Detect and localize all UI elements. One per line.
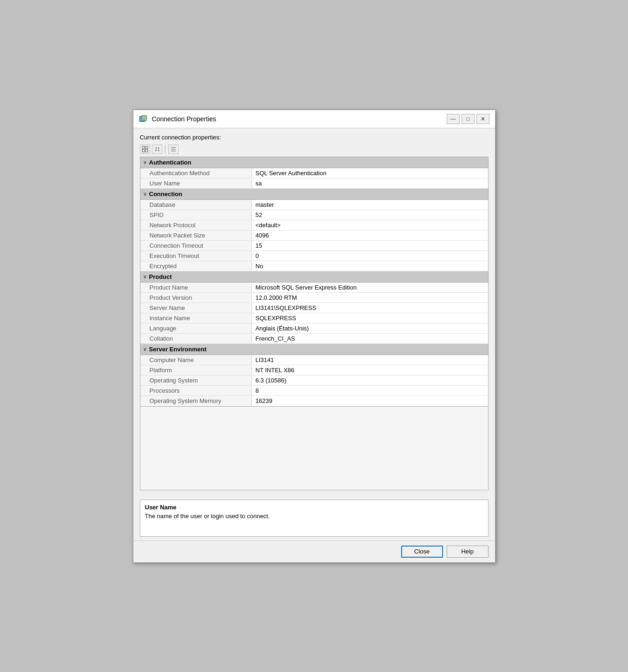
table-row: Network Packet Size4096 [140, 231, 488, 241]
property-value: 12.0.2000 RTM [252, 293, 488, 303]
close-window-button[interactable]: ✕ [476, 114, 489, 124]
svg-text:21: 21 [155, 147, 160, 152]
subtitle-label: Current connection properties: [140, 134, 489, 141]
table-row: Operating System6.3 (10586) [140, 376, 488, 386]
minimize-button[interactable]: — [447, 114, 460, 124]
maximize-button[interactable]: □ [462, 114, 475, 124]
property-name: Platform [140, 365, 252, 375]
property-value: 52 [252, 210, 488, 220]
property-name: Execution Timeout [140, 251, 252, 261]
property-name: Computer Name [140, 355, 252, 365]
table-row: Authentication MethodSQL Server Authenti… [140, 168, 488, 178]
property-name: Database [140, 200, 252, 210]
property-name: Operating System [140, 376, 252, 385]
description-section: User Name The name of the user or login … [133, 500, 495, 540]
button-bar: Close Help [133, 540, 495, 562]
property-name: Connection Timeout [140, 241, 252, 250]
table-row: Connection Timeout15 [140, 241, 488, 251]
help-button[interactable]: Help [447, 546, 489, 558]
property-value: 0 [252, 251, 488, 261]
property-name: SPID [140, 210, 252, 220]
svg-rect-4 [142, 146, 145, 149]
section-header-connection[interactable]: ∨Connection [140, 189, 488, 200]
table-row: CollationFrench_CI_AS [140, 334, 488, 344]
table-row: Network Protocol<default> [140, 220, 488, 231]
window-title: Connection Properties [152, 115, 447, 123]
property-value: SQLEXPRESS [252, 313, 488, 323]
table-row: User Namesa [140, 178, 488, 189]
property-value: <default> [252, 220, 488, 230]
table-row: Product Version12.0.2000 RTM [140, 293, 488, 303]
toolbar-btn-2[interactable]: 21 [152, 145, 162, 154]
property-value: sa [252, 178, 488, 188]
chevron-icon: ∨ [143, 191, 146, 197]
property-name: Product Name [140, 283, 252, 292]
chevron-icon: ∨ [143, 274, 146, 279]
property-name: Instance Name [140, 313, 252, 323]
property-grid: ∨AuthenticationAuthentication MethodSQL … [140, 157, 489, 407]
window-icon [139, 114, 148, 124]
svg-rect-7 [145, 150, 148, 152]
table-row: SPID52 [140, 210, 488, 220]
property-value: 4096 [252, 231, 488, 240]
description-text: The name of the user or login used to co… [145, 513, 483, 520]
property-name: Language [140, 323, 252, 333]
property-name: Collation [140, 334, 252, 343]
section-label: Server Environment [149, 346, 207, 353]
window-controls: — □ ✕ [447, 114, 489, 124]
section-header-server-environment[interactable]: ∨Server Environment [140, 344, 488, 355]
section-header-product[interactable]: ∨Product [140, 271, 488, 283]
property-name: Authentication Method [140, 168, 252, 178]
property-value: 6.3 (10586) [252, 376, 488, 385]
section-label: Product [149, 273, 172, 280]
close-button[interactable]: Close [401, 546, 443, 558]
description-box: User Name The name of the user or login … [140, 500, 489, 537]
property-value: LI3141\SQLEXPRESS [252, 303, 488, 313]
table-row: Databasemaster [140, 200, 488, 210]
connection-properties-window: Connection Properties — □ ✕ Current conn… [133, 110, 496, 563]
table-row: Product NameMicrosoft SQL Server Express… [140, 283, 488, 293]
main-content: Current connection properties: 21 [133, 128, 495, 496]
property-value: 15 [252, 241, 488, 250]
toolbar: 21 [140, 145, 489, 154]
toolbar-btn-1[interactable] [140, 145, 150, 154]
property-value: French_CI_AS [252, 334, 488, 343]
table-row: Instance NameSQLEXPRESS [140, 313, 488, 323]
property-name: Encrypted [140, 261, 252, 271]
svg-rect-5 [145, 146, 148, 149]
table-row: PlatformNT INTEL X86 [140, 365, 488, 376]
property-value: NT INTEL X86 [252, 365, 488, 375]
property-name: User Name [140, 178, 252, 188]
table-row: Operating System Memory16239 [140, 396, 488, 406]
property-value: Anglais (États-Unis) [252, 323, 488, 333]
chevron-icon: ∨ [143, 160, 146, 165]
property-name: Operating System Memory [140, 396, 252, 406]
section-label: Connection [149, 191, 183, 198]
toolbar-btn-3[interactable] [168, 145, 178, 154]
section-header-authentication[interactable]: ∨Authentication [140, 157, 488, 168]
svg-rect-3 [142, 116, 146, 120]
table-row: EncryptedNo [140, 261, 488, 271]
toolbar-divider [165, 145, 165, 153]
title-bar: Connection Properties — □ ✕ [133, 110, 495, 128]
property-value: No [252, 261, 488, 271]
property-value: Microsoft SQL Server Express Edition [252, 283, 488, 292]
property-name: Network Protocol [140, 220, 252, 230]
property-value: SQL Server Authentication [252, 168, 488, 178]
table-row: Computer NameLI3141 [140, 355, 488, 365]
table-row: Server NameLI3141\SQLEXPRESS [140, 303, 488, 313]
property-name: Product Version [140, 293, 252, 303]
property-value: 8 [252, 386, 488, 395]
table-row: LanguageAnglais (États-Unis) [140, 323, 488, 334]
property-value: LI3141 [252, 355, 488, 365]
chevron-icon: ∨ [143, 347, 146, 352]
property-value: master [252, 200, 488, 210]
description-title: User Name [145, 504, 483, 511]
property-name: Network Packet Size [140, 231, 252, 240]
svg-rect-6 [142, 150, 145, 152]
property-value: 16239 [252, 396, 488, 406]
property-name: Server Name [140, 303, 252, 313]
table-row: Execution Timeout0 [140, 251, 488, 261]
empty-area [140, 407, 489, 490]
table-row: Processors8 [140, 386, 488, 396]
